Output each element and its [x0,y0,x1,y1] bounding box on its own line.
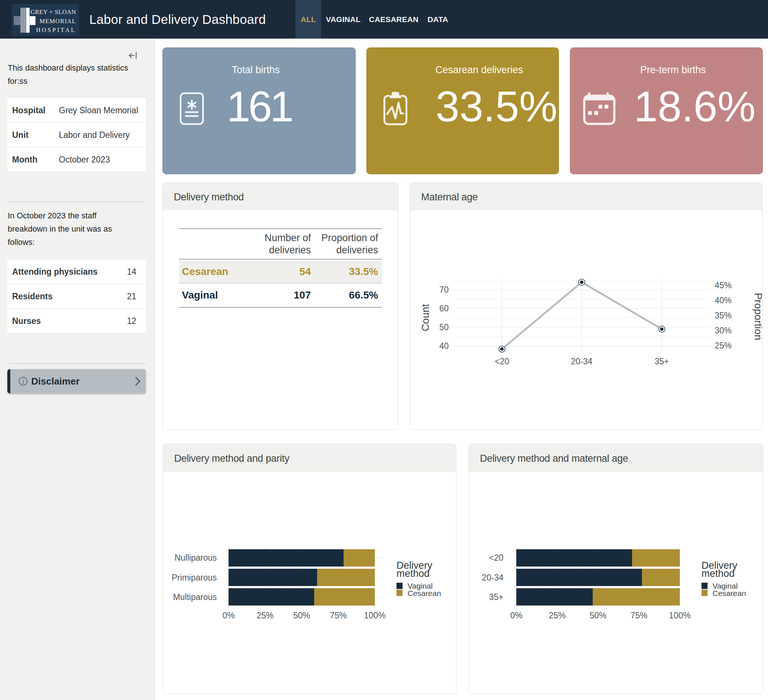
svg-text:50%: 50% [293,611,310,620]
svg-text:35+: 35+ [489,592,503,602]
svg-text:40%: 40% [715,296,732,305]
svg-text:25%: 25% [715,341,732,350]
svg-text:method: method [397,568,430,579]
svg-text:50%: 50% [589,611,606,620]
svg-text:35%: 35% [715,311,732,320]
svg-text:75%: 75% [630,611,648,620]
svg-text:method: method [701,568,734,579]
svg-text:Primiparous: Primiparous [171,573,217,582]
svg-text:100%: 100% [669,611,691,620]
svg-text:GREY + SLOAN: GREY + SLOAN [30,8,76,16]
svg-text:45%: 45% [715,280,732,290]
svg-text:100%: 100% [364,611,386,620]
svg-text:Cesarean: Cesarean [408,589,441,597]
svg-text:Proportion: Proportion [752,293,762,340]
svg-text:40: 40 [439,341,449,351]
svg-text:Multiparous: Multiparous [173,592,217,602]
svg-text:25%: 25% [549,611,566,620]
svg-text:75%: 75% [330,611,347,620]
svg-text:20-34: 20-34 [571,357,593,366]
svg-text:20-34: 20-34 [482,573,503,582]
svg-text:35+: 35+ [654,357,669,366]
svg-text:Count: Count [420,304,431,331]
svg-text:60: 60 [439,304,449,313]
svg-text:Cesarean: Cesarean [712,589,746,597]
svg-text:Nulliparous: Nulliparous [174,553,217,562]
svg-text:25%: 25% [256,611,274,620]
svg-text:HOSPITAL: HOSPITAL [36,26,76,34]
svg-text:i: i [22,378,24,385]
svg-text:50: 50 [439,322,449,332]
svg-text:0%: 0% [222,611,234,620]
svg-text:0%: 0% [510,611,522,620]
svg-text:MEMORIAL: MEMORIAL [40,18,76,25]
svg-text:<20: <20 [494,357,509,366]
svg-text:30%: 30% [715,326,732,335]
svg-text:70: 70 [439,285,449,295]
svg-text:<20: <20 [489,553,503,562]
